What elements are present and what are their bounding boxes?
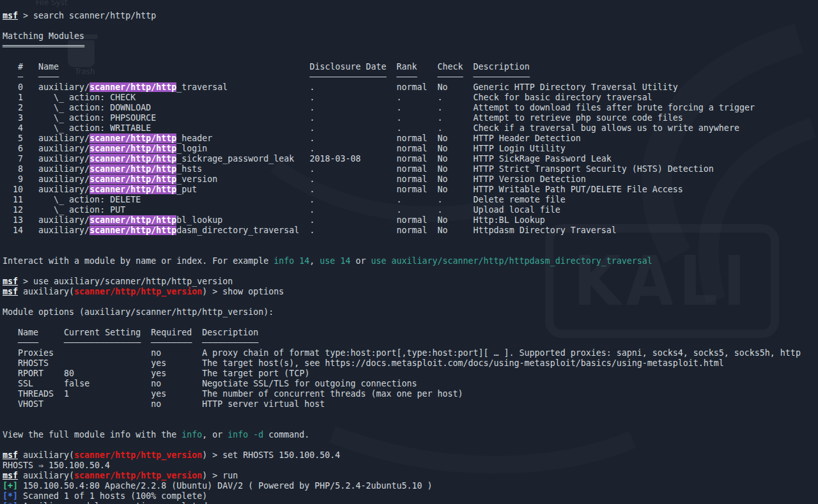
terminal-text: dasm_directory_traversal [176,225,299,235]
terminal-text: . [309,123,314,133]
terminal-text: . [438,123,443,133]
terminal-text: normal [397,82,428,92]
terminal-text: RHOSTS [18,358,49,368]
terminal-text: Check if a traversal bug allows us to wr… [474,123,739,133]
terminal-text: . [396,195,401,204]
terminal-line: RHOSTS yes The target host(s), see https… [3,358,818,369]
terminal-text: auxiliary/ [38,82,89,92]
terminal-text: no [151,399,161,409]
terminal-text: _header [176,134,212,143]
search-highlight-text: scanner/http/http [89,82,176,92]
terminal-text: Delete remote file [474,195,566,204]
terminal-text: Httpdasm Directory Traversal [474,225,617,235]
terminal-text: Proxies [18,348,54,358]
terminal-line: 13 auxiliary/scanner/http/httpbl_lookup … [3,215,818,225]
terminal-line [3,440,818,450]
search-highlight-text: scanner/http/http [89,154,176,164]
terminal-line: Module options (auxiliary/scanner/http/h… [3,307,818,317]
terminal-line: 2 \_ action: DOWNLOAD . . . Attempt to d… [3,103,818,113]
terminal-text: . [396,205,401,215]
terminal-text: 80 [64,369,74,378]
terminal-text: normal [396,185,427,194]
terminal-text: . [309,144,314,153]
terminal-text: . [396,103,401,112]
terminal-text: . [309,113,314,123]
terminal-line [3,317,818,328]
terminal-text: Attempt to download files after brute fo… [474,103,755,112]
search-highlight-text: scanner/http/http [89,174,176,184]
terminal-text: 8 [18,164,23,174]
terminal-text: no [151,379,161,388]
terminal-text: ─────────── [474,72,530,82]
terminal-text: bl_lookup [176,215,222,225]
terminal-text: 2 [18,103,23,112]
terminal-line: RPORT 80 yes The target port (TCP) [3,369,818,379]
terminal-text: A proxy chain of format type:host:port[,… [202,348,801,358]
terminal-text: . [309,93,314,102]
terminal-text: auxiliary/ [38,154,89,164]
terminal-text: Disclosure Date [309,62,386,72]
terminal-text: Rank [396,62,417,72]
terminal-text: Module options (auxiliary/scanner/http/h… [3,307,274,317]
terminal-line: VHOST no HTTP server virtual host [3,399,818,409]
terminal-text: auxiliary/ [38,164,89,174]
terminal-text: normal [397,134,428,143]
terminal-text: \_ action: PHPSOURCE [54,113,156,123]
terminal-line: [+] 150.100.50.4:80 Apache/2.2.8 (Ubuntu… [3,481,818,491]
terminal-line: msf > use auxiliary/scanner/http/http_ve… [3,277,818,287]
terminal-text: 13 [13,215,23,225]
terminal-text: RHOSTS ⇒ 150.100.50.4 [3,461,110,470]
terminal-text: normal [396,215,427,225]
msf-prompt: msf [3,471,18,480]
terminal-text: auxiliary/ [38,185,89,194]
terminal-text: ─ [18,72,23,82]
terminal-line [3,246,818,256]
terminal-text: . [309,174,314,184]
terminal-text: VHOST [18,399,43,409]
terminal-line: SSL false no Negotiate SSL/TLS for outgo… [3,379,818,389]
terminal-line: Interact with a module by name or index.… [3,256,818,266]
terminal-line [3,297,818,307]
terminal-line [3,21,818,31]
success-indicator: [+] [3,481,18,491]
terminal-text: Name [38,62,59,72]
terminal-text: _version [176,174,217,184]
terminal-line: Name Current Setting Required Descriptio… [3,328,818,338]
terminal-text: Check [438,62,463,72]
terminal-text: > use auxiliary/scanner/http/http_versio… [18,277,233,286]
desktop-icon-file-system-label: File Syst [36,0,68,7]
terminal-text: auxiliary/ [38,144,89,153]
terminal-line: Proxies no A proxy chain of format type:… [3,348,818,358]
terminal-text: false [64,379,89,388]
terminal-line: 4 \_ action: WRITABLE . . . Check if a t… [3,123,818,134]
terminal-text: . [438,103,443,112]
terminal-line: msf > search scanner/http/http [3,11,818,21]
terminal-text: yes [151,358,166,368]
terminal-text: . [396,93,401,102]
terminal-output[interactable]: msf > search scanner/http/http Matching … [3,11,818,495]
terminal-line [3,266,818,277]
search-highlight-text: scanner/http/http [89,144,176,153]
terminal-line: 12 \_ action: PUT . . . Upload local fil… [3,205,818,215]
terminal-text: command. [263,430,309,439]
terminal-text: 14 [13,225,23,235]
terminal-line: [*] Scanned 1 of 1 hosts (100% complete) [3,491,818,501]
terminal-text: \_ action: DELETE [54,195,141,204]
terminal-text: . [309,103,314,112]
terminal-line: 1 \_ action: CHECK . . . Check for basic… [3,93,818,103]
terminal-text: . [438,195,443,204]
terminal-text: auxiliary( [18,450,74,460]
terminal-text: \_ action: DOWNLOAD [54,103,151,112]
msf-prompt: msf [3,450,18,460]
terminal-text: HTTP server virtual host [202,399,325,409]
terminal-text: no [151,348,161,358]
terminal-text: No [438,82,448,92]
terminal-text: 10 [13,185,23,194]
terminal-line: 6 auxiliary/scanner/http/http_login . no… [3,144,818,154]
terminal-text: HTTP Strict Transport Security (HSTS) De… [474,164,714,174]
terminal-line: 11 \_ action: DELETE . . . Delete remote… [3,195,818,205]
terminal-line: 8 auxiliary/scanner/http/http_hsts . nor… [3,164,818,174]
search-highlight-text: scanner/http/http [89,185,176,194]
terminal-text: auxiliary( [18,471,74,480]
terminal-text: . [309,134,314,143]
